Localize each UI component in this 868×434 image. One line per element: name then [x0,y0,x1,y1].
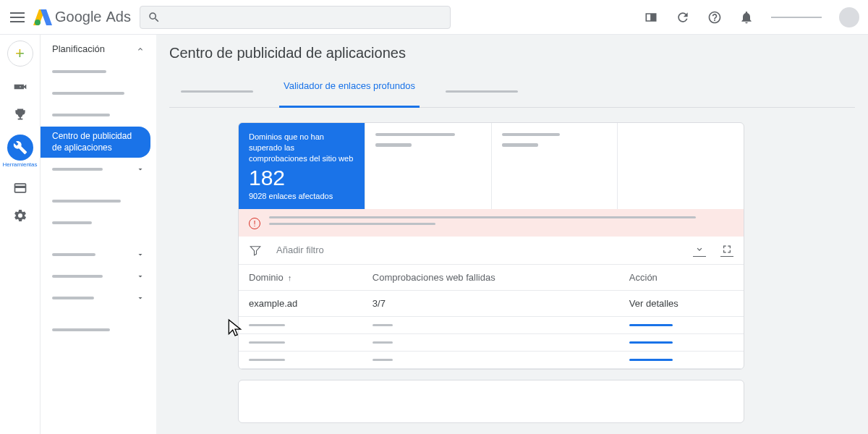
hamburger-menu-icon[interactable] [9,9,26,26]
page-title: Centro de publicidad de aplicaciones [169,45,855,61]
rail-create[interactable]: + [6,41,35,67]
validator-card: Dominios que no han superado las comprob… [238,122,744,370]
user-avatar[interactable] [839,7,859,27]
tab-item[interactable] [176,73,258,107]
panel-item[interactable] [41,159,156,179]
logo-text-google: Google [55,9,102,25]
panel-item[interactable] [41,83,156,103]
table-row [239,351,744,368]
gear-icon [13,208,27,223]
account-name-placeholder [771,17,822,18]
icon-rail: + Herramientas [0,35,41,434]
rail-tools[interactable]: Herramientas [6,135,35,168]
stat-sublabel: 9028 enlaces afectados [249,192,354,200]
panel-section-header[interactable]: Planificación [41,43,156,61]
secondary-card [238,380,744,423]
megaphone-icon [13,80,27,94]
panel-item[interactable] [41,213,156,233]
refresh-icon[interactable] [676,10,690,25]
notifications-icon[interactable] [739,10,754,25]
stat-failed-domains[interactable]: Dominios que no han superado las comprob… [239,123,365,209]
rail-admin[interactable] [6,208,35,223]
search-input[interactable] [140,6,451,29]
panel-item[interactable] [41,191,156,211]
panel-item[interactable] [41,320,156,340]
chevron-up-icon [136,45,145,54]
rail-billing[interactable] [6,181,35,195]
panel-item[interactable] [41,244,156,265]
ads-logo-icon [35,9,51,25]
appearance-icon[interactable] [644,10,658,25]
filter-bar: Añadir filtro [239,237,744,265]
chevron-down-icon [136,272,145,281]
tab-item[interactable] [441,73,522,107]
trophy-icon [13,107,27,122]
fullscreen-icon[interactable] [720,244,733,257]
error-icon: ! [249,218,260,229]
table-row [239,316,744,333]
chevron-down-icon [136,250,145,259]
plus-icon: + [15,44,25,63]
main-content: Centro de publicidad de aplicaciones Val… [156,35,868,423]
card-icon [13,181,27,195]
stat-box[interactable] [365,123,492,209]
tools-icon [13,140,27,155]
panel-item[interactable] [41,288,156,308]
google-ads-logo[interactable]: Google Ads [35,9,131,25]
header-actions [644,7,859,27]
tab-deep-link-validator[interactable]: Validador de enlaces profundos [279,73,420,107]
panel-item[interactable] [41,266,156,286]
chevron-down-icon [136,165,145,174]
panel-item-label: Centro de publicidad de aplicaciones [52,131,142,153]
panel-section-title: Planificación [52,43,105,54]
col-domain[interactable]: Dominio↑ [239,265,362,291]
stat-value: 182 [249,166,354,190]
app-header: Google Ads [0,0,868,35]
search-icon [148,11,161,24]
cell-domain: example.ad [239,290,362,316]
domains-table: Dominio↑ Comprobaciones web fallidas Acc… [239,265,744,369]
panel-item[interactable] [41,61,156,82]
table-row: example.ad 3/7 Ver detalles [239,290,744,316]
add-filter-input[interactable]: Añadir filtro [276,244,678,255]
chevron-down-icon [136,294,145,302]
help-icon[interactable] [707,10,722,25]
filter-icon[interactable] [249,244,262,257]
rail-goals[interactable] [6,107,35,122]
panel-item-app-hub[interactable]: Centro de publicidad de aplicaciones [41,127,150,158]
sort-asc-icon: ↑ [288,273,292,282]
stat-box[interactable] [618,123,744,209]
rail-campaigns[interactable] [6,80,35,94]
logo-text-ads: Ads [106,9,131,25]
stat-box[interactable] [492,123,618,209]
cursor-icon [226,318,244,337]
panel-item[interactable] [41,105,156,125]
stat-label: Dominios que no han superado las comprob… [249,132,354,164]
download-icon[interactable] [693,244,706,257]
col-action[interactable]: Acción [619,265,744,291]
table-row [239,333,744,351]
rail-tools-label: Herramientas [3,162,38,168]
stats-row: Dominios que no han superado las comprob… [239,123,744,209]
cell-failed: 3/7 [362,290,619,316]
tab-bar: Validador de enlaces profundos [169,73,855,108]
view-details-link[interactable]: Ver detalles [619,290,744,316]
alert-banner: ! [239,209,744,237]
col-failed[interactable]: Comprobaciones web fallidas [362,265,619,291]
side-panel: Planificación Centro de publicidad de ap… [41,35,156,434]
